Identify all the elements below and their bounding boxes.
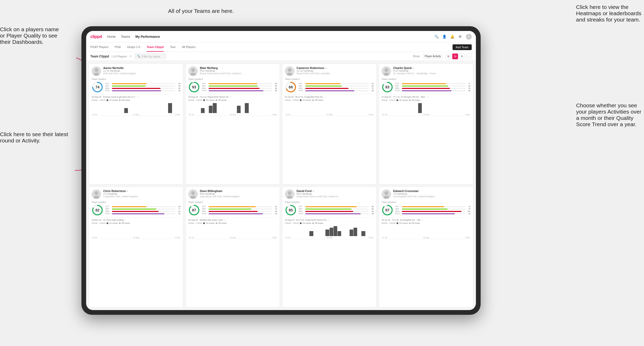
- player-name[interactable]: Charlie Quick ✓: [393, 66, 470, 70]
- bar-track: [209, 206, 272, 207]
- player-card[interactable]: David Ford ✓ Plus Handicap Royal North D…: [282, 187, 377, 307]
- stat-label: ARG: [395, 210, 401, 212]
- stat-value: 94: [273, 213, 277, 215]
- player-club: Royal North Devon Golf Club, United Ki..…: [200, 72, 277, 75]
- bar-fill: [112, 213, 164, 214]
- stat-label: APP: [202, 208, 208, 210]
- player-name[interactable]: Blair McHarg: [200, 66, 277, 70]
- stat-bar-row: OTT 77: [395, 83, 470, 84]
- player-name[interactable]: Cameron Robertson ✓: [297, 66, 374, 70]
- bar-fill: [209, 206, 256, 207]
- date-end: 4 Sep: [272, 237, 277, 238]
- profile-icon[interactable]: 👤: [442, 35, 446, 39]
- subnav-pgat[interactable]: PGAT Players: [90, 42, 108, 52]
- svg-point-6: [95, 68, 98, 72]
- player-card[interactable]: Blair McHarg Plus Handicap Royal North D…: [185, 63, 280, 184]
- last-round[interactable]: 26 Aug 23 · 73 (+1), Royal North Devon G…: [188, 94, 277, 98]
- stat-bar-row: APP 63: [299, 85, 374, 87]
- bar-track: [112, 206, 175, 207]
- subnav-pga[interactable]: PGA: [115, 42, 121, 52]
- avatar[interactable]: U: [466, 34, 472, 40]
- nav-home[interactable]: Home: [107, 35, 116, 39]
- quality-section[interactable]: 82 OTT 60 APP 77 ARG 81: [92, 204, 180, 216]
- view-grid-2[interactable]: ⊞: [445, 54, 451, 59]
- nav-teams[interactable]: Teams: [121, 35, 130, 39]
- quality-score: 93: [192, 85, 196, 89]
- chart-area: 31 Jul 21 Aug 4 Sep: [382, 225, 470, 239]
- on-course-label: On course: [206, 99, 214, 101]
- player-name[interactable]: David Ford ✓: [297, 189, 374, 193]
- player-name[interactable]: Dave Billingham: [200, 189, 277, 193]
- bar-fill: [112, 90, 161, 91]
- player-card[interactable]: Chris Robertson ✓ 1-5 Handicap Craigmill…: [89, 187, 183, 307]
- subnav-team-clippd[interactable]: Team Clippd: [147, 42, 164, 52]
- bar-fill: [112, 206, 147, 207]
- svg-point-41: [385, 191, 388, 195]
- quality-section[interactable]: 87 OTT 82 APP 74 ARG 85: [188, 204, 277, 216]
- player-card[interactable]: Edward Crossman 1-5 Handicap Sunningdale…: [379, 187, 473, 307]
- quality-section[interactable]: 93 OTT 84 APP 85 ARG 88: [188, 81, 277, 93]
- player-club: Royal North Devon Golf Club, United Ki..…: [297, 195, 374, 198]
- last-round[interactable]: 02 Sep 23 · Sunrise round to get back in…: [92, 94, 180, 98]
- stat-label: APP: [105, 208, 111, 210]
- player-name[interactable]: Aaron Nicholls: [103, 66, 180, 70]
- quality-circle: 83: [382, 81, 393, 93]
- search-box[interactable]: 🔍 Filter by name: [134, 54, 166, 59]
- last-round[interactable]: 18 Jul 23 · 74 (+4), Sunningdale GC - Ol…: [382, 217, 470, 221]
- on-course-legend: [300, 222, 302, 224]
- date-start: 31 Jul: [92, 237, 97, 238]
- subnav-all-players[interactable]: All Players: [182, 42, 196, 52]
- last-round[interactable]: 07 Aug 23 · 77 (+7), St George's Hill GC…: [382, 94, 470, 98]
- quality-score: 82: [95, 208, 100, 212]
- stat-value: 60: [176, 206, 180, 207]
- chart-bar: [245, 103, 248, 113]
- player-card[interactable]: Charlie Quick ✓ 6-10 Handicap St. George…: [379, 63, 473, 184]
- chart-dates: 31 Jul 21 Aug 4 Sep: [92, 114, 180, 115]
- bar-fill: [305, 86, 342, 87]
- bar-track: [402, 90, 465, 91]
- avatar: [285, 66, 294, 76]
- last-round[interactable]: 26 Aug 23 · 84 (+12), Royal North Devon …: [285, 217, 374, 221]
- player-name[interactable]: Edward Crossman: [393, 189, 470, 193]
- bar-track: [112, 83, 175, 84]
- last-round[interactable]: 02 Jul 23 · 59 (+17), Craigmillar Park G…: [285, 94, 374, 98]
- svg-point-31: [191, 191, 195, 195]
- view-sort[interactable]: ↕: [466, 54, 472, 59]
- subnav-hcaps[interactable]: Hcaps 1-5: [127, 42, 140, 52]
- player-card[interactable]: Dave Billingham Plus Handicap Sag Maing …: [185, 187, 280, 307]
- settings-icon[interactable]: ⚙: [458, 35, 462, 39]
- bar-track: [209, 211, 272, 212]
- edit-icon[interactable]: ✏: [129, 55, 132, 58]
- tablet-frame: clippd Home Teams My Performance 🔍 👤 🔔 ⚙…: [81, 26, 481, 315]
- last-round[interactable]: 03 Mar 23 · 19, Must make putting →: [92, 217, 180, 221]
- stat-label: OTT: [202, 83, 208, 84]
- nav-my-performance[interactable]: My Performance: [135, 35, 160, 39]
- subnav-tour[interactable]: Tour: [170, 42, 175, 52]
- add-team-button[interactable]: Add Team: [453, 44, 472, 50]
- bar-track: [305, 213, 369, 214]
- on-course-label: On course: [399, 99, 408, 101]
- quality-score: 74: [95, 85, 100, 89]
- stat-bar-row: OTT 60: [105, 83, 180, 84]
- player-card[interactable]: Aaron Nicholls 11-15 Handicap Drift Golf…: [89, 63, 183, 184]
- show-dropdown[interactable]: Player Activity: [423, 54, 443, 58]
- quality-section[interactable]: 68 OTT 61 APP 63 ARG 75: [285, 81, 374, 93]
- quality-section[interactable]: 87 OTT 73 APP 79 ARG 103: [382, 204, 470, 216]
- bar-fill: [112, 86, 146, 87]
- player-name[interactable]: Chris Robertson ✓: [103, 189, 180, 193]
- date-end: 4 Sep: [368, 237, 373, 238]
- view-filter[interactable]: ▼: [459, 54, 465, 59]
- annotation-left-top: Click on a players nameor Player Quality…: [0, 26, 59, 45]
- quality-section[interactable]: 83 OTT 77 APP 80 ARG 83: [382, 81, 470, 93]
- notification-icon[interactable]: 🔔: [450, 35, 454, 39]
- quality-section[interactable]: 74 OTT 60 APP 58 ARG 84: [92, 81, 180, 93]
- chart-bars: [188, 225, 277, 236]
- quality-section[interactable]: 85 OTT 89 APP 80 ARG 83: [285, 204, 374, 216]
- avatar: [188, 66, 198, 76]
- search-icon[interactable]: 🔍: [434, 35, 439, 39]
- avatar: [92, 66, 101, 76]
- view-grid-3[interactable]: ⊟: [452, 54, 458, 59]
- player-card[interactable]: Cameron Robertson ✓ 11-15 Handicap Royal…: [282, 63, 377, 184]
- stat-value: 79: [466, 208, 470, 210]
- last-round[interactable]: 04 Sep 23 · Mobility with coach, Gym →: [188, 217, 277, 221]
